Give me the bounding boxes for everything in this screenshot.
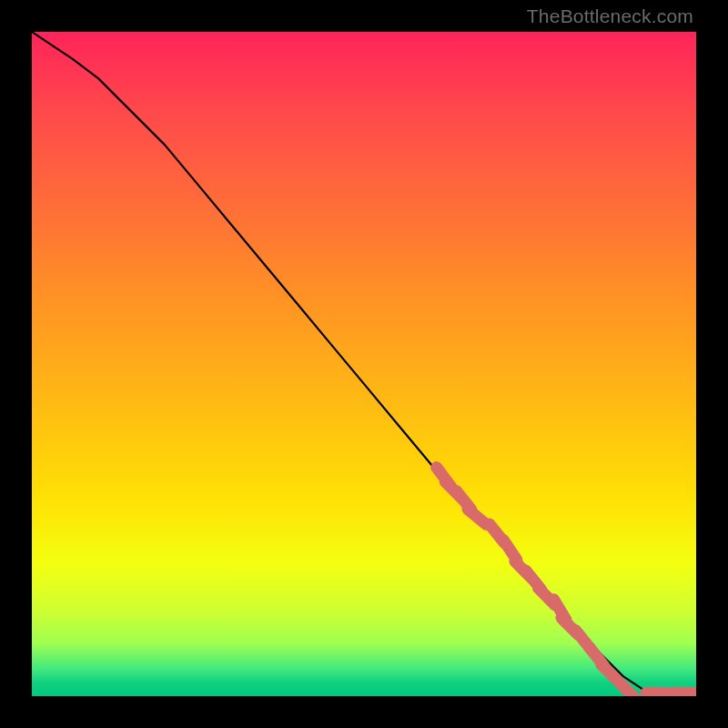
watermark-text: TheBottleneck.com	[527, 5, 693, 27]
plot-area	[32, 32, 696, 696]
chart-canvas: TheBottleneck.com	[0, 0, 728, 728]
